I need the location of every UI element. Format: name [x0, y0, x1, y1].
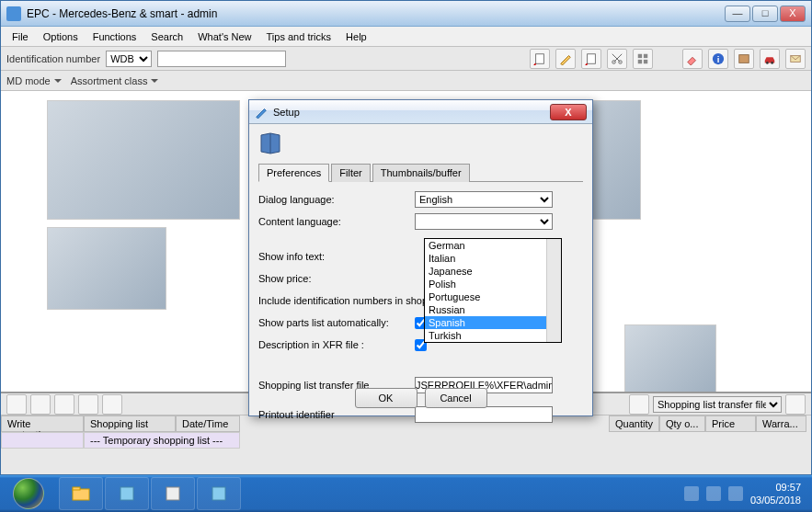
start-button[interactable]	[4, 476, 53, 511]
tab-preferences[interactable]: Preferences	[258, 164, 329, 182]
svg-rect-15	[73, 487, 80, 490]
toolbar-scissors-icon[interactable]	[607, 49, 627, 69]
assortment-dropdown[interactable]: Assortment class	[71, 75, 159, 86]
secondary-toolbar: MD mode Assortment class	[1, 71, 811, 91]
clock-time: 09:57	[750, 481, 801, 494]
svg-rect-17	[166, 487, 179, 500]
toolbar-car-icon[interactable]	[760, 49, 780, 69]
toolbar-eraser-icon[interactable]	[682, 49, 703, 69]
taskbar-app2-icon[interactable]	[151, 477, 195, 510]
lang-option-german[interactable]: German	[425, 239, 561, 252]
col-datetime[interactable]: Date/Time	[176, 415, 240, 432]
close-button[interactable]: X	[780, 6, 806, 22]
menu-search[interactable]: Search	[143, 29, 190, 44]
toolbar-book-icon[interactable]	[734, 49, 754, 69]
col-shopping-list[interactable]: Shopping list	[84, 415, 176, 432]
svg-point-12	[771, 62, 773, 64]
taskbar-app1-icon[interactable]	[105, 477, 149, 510]
printout-label: Printout identifier	[258, 409, 415, 420]
lang-option-japanese[interactable]: Japanese	[425, 265, 561, 278]
lang-option-spanish[interactable]: Spanish	[425, 316, 561, 329]
col-price[interactable]: Price	[705, 415, 756, 432]
main-toolbar: Identification number WDB i	[1, 47, 811, 71]
lang-option-russian[interactable]: Russian	[425, 303, 561, 316]
shop-copy-icon[interactable]	[78, 394, 98, 415]
shop-open-icon[interactable]	[30, 394, 51, 415]
toolbar-info-icon[interactable]: i	[708, 49, 728, 69]
cancel-button[interactable]: Cancel	[425, 388, 487, 408]
svg-point-11	[766, 62, 769, 64]
taskbar-app3-icon[interactable]	[197, 477, 241, 510]
col-quantity[interactable]: Quantity	[609, 415, 659, 432]
transfer-file-select[interactable]: Shopping list transfer file	[653, 396, 782, 413]
dialog-buttons: OK Cancel	[249, 388, 592, 408]
tray-flag-icon[interactable]	[684, 486, 699, 501]
menubar: File Options Functions Search What's New…	[1, 27, 811, 47]
tab-filter[interactable]: Filter	[331, 164, 370, 182]
menu-file[interactable]: File	[5, 29, 36, 44]
desc-xfr-label: Description in XFR file :	[258, 339, 415, 350]
toolbar-grid-icon[interactable]	[633, 49, 653, 69]
svg-rect-16	[120, 487, 133, 500]
svg-rect-18	[212, 487, 225, 500]
content-language-select[interactable]	[415, 213, 553, 230]
setup-dialog: Setup X Preferences Filter Thumbnails/bu…	[248, 99, 593, 416]
menu-tips[interactable]: Tips and tricks	[259, 29, 339, 44]
titlebar: EPC - Mercedes-Benz & smart - admin — □ …	[1, 1, 811, 27]
vehicle-thumb-3[interactable]	[47, 227, 166, 310]
svg-text:i: i	[717, 53, 720, 63]
listbox-scrollbar[interactable]	[546, 239, 561, 342]
dialog-close-button[interactable]: X	[550, 104, 587, 120]
menu-functions[interactable]: Functions	[86, 29, 144, 44]
lang-option-turkish[interactable]: Turkish	[425, 329, 561, 342]
shop-go-icon[interactable]	[785, 394, 806, 415]
shop-save-icon[interactable]	[54, 394, 74, 415]
toolbar-edit-icon[interactable]	[555, 49, 576, 69]
printout-input[interactable]	[415, 406, 553, 423]
show-info-label: Show info text:	[258, 251, 415, 262]
book-icon	[258, 131, 282, 155]
content-language-listbox[interactable]: German Italian Japanese Polish Portugues…	[424, 238, 562, 343]
svg-rect-0	[536, 53, 544, 63]
app-icon	[6, 6, 21, 21]
dialog-language-label: Dialog language:	[258, 194, 415, 205]
shop-transfer-icon[interactable]	[629, 394, 649, 415]
menu-help[interactable]: Help	[338, 29, 374, 44]
shop-new-icon[interactable]	[6, 394, 27, 415]
tab-thumbnails[interactable]: Thumbnails/buffer	[372, 164, 470, 182]
svg-rect-6	[638, 59, 642, 63]
vehicle-thumb-1[interactable]	[47, 100, 240, 220]
col-qty-o[interactable]: Qty o...	[659, 415, 705, 432]
minimize-button[interactable]: —	[725, 6, 750, 22]
pencil-icon	[255, 106, 268, 119]
svg-rect-7	[644, 59, 647, 63]
md-mode-dropdown[interactable]: MD mode	[6, 75, 62, 86]
vehicle-thumb-4[interactable]	[624, 324, 716, 392]
shop-delete-icon[interactable]	[102, 394, 122, 415]
toolbar-document-icon[interactable]	[530, 49, 550, 69]
menu-whatsnew[interactable]: What's New	[190, 29, 258, 44]
lang-option-polish[interactable]: Polish	[425, 278, 561, 290]
system-tray: 09:57 03/05/2018	[684, 481, 808, 506]
id-prefix-select[interactable]: WDB	[106, 51, 152, 67]
table-row[interactable]: --- Temporary shopping list ---	[1, 432, 240, 449]
toolbar-mail-icon[interactable]	[785, 49, 806, 69]
lang-option-portuguese[interactable]: Portuguese	[425, 290, 561, 303]
lang-option-italian[interactable]: Italian	[425, 252, 561, 265]
col-warranty[interactable]: Warra...	[756, 415, 806, 432]
taskbar-explorer-icon[interactable]	[59, 477, 103, 510]
window-title: EPC - Mercedes-Benz & smart - admin	[27, 7, 725, 20]
maximize-button[interactable]: □	[752, 6, 778, 22]
col-write-protection[interactable]: Write protection	[1, 415, 84, 432]
tray-volume-icon[interactable]	[728, 486, 743, 501]
taskbar-clock[interactable]: 09:57 03/05/2018	[750, 481, 801, 506]
toolbar-document2-icon[interactable]	[581, 49, 601, 69]
svg-rect-10	[739, 54, 749, 63]
ok-button[interactable]: OK	[355, 388, 417, 408]
id-number-input[interactable]	[157, 51, 286, 67]
tray-network-icon[interactable]	[706, 486, 721, 501]
dialog-language-select[interactable]: English	[415, 191, 553, 208]
menu-options[interactable]: Options	[36, 29, 86, 44]
svg-rect-4	[638, 53, 642, 57]
svg-rect-5	[644, 53, 647, 57]
